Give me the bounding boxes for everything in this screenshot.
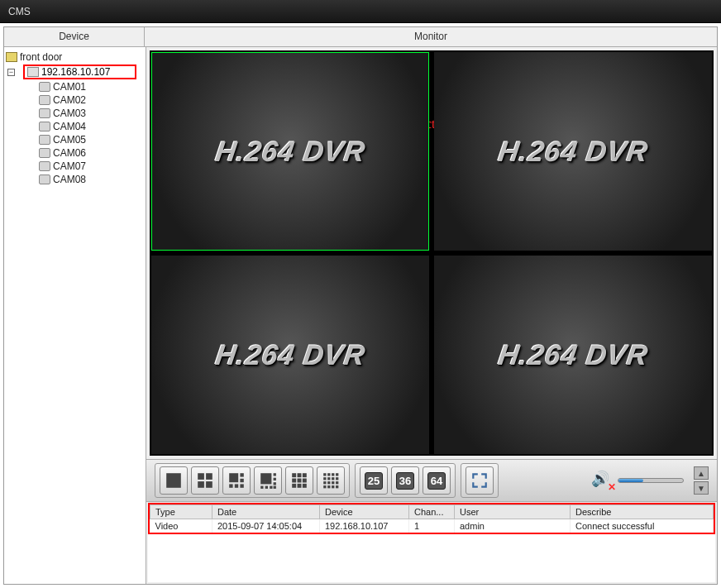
video-cell-2[interactable]: H.264 DVR bbox=[434, 52, 712, 251]
layout-1-button[interactable] bbox=[160, 466, 188, 495]
video-cell-3[interactable]: H.264 DVR bbox=[151, 256, 429, 454]
title-bar: CMS bbox=[0, 0, 721, 23]
tree-cam-7[interactable]: CAM07 bbox=[4, 160, 146, 173]
volume-slider[interactable] bbox=[618, 478, 684, 483]
svg-rect-16 bbox=[265, 486, 268, 489]
svg-rect-8 bbox=[229, 484, 232, 487]
tree-cam-3[interactable]: CAM03 bbox=[4, 107, 146, 120]
log-empty-area bbox=[148, 534, 715, 582]
svg-rect-38 bbox=[332, 481, 334, 484]
log-th-type[interactable]: Type bbox=[150, 505, 212, 519]
log-th-user[interactable]: User bbox=[455, 505, 571, 519]
svg-rect-23 bbox=[298, 479, 302, 483]
log-table: Type Date Device Chan... User Describe V… bbox=[150, 504, 714, 533]
tree-cam-label: CAM04 bbox=[53, 120, 86, 133]
log-th-date[interactable]: Date bbox=[212, 505, 320, 519]
layout-9-button[interactable] bbox=[285, 466, 313, 495]
monitor-main: double click IP to connect DVR H.264 DVR… bbox=[146, 47, 717, 584]
camera-icon bbox=[39, 135, 50, 145]
log-th-device[interactable]: Device bbox=[320, 505, 409, 519]
mute-icon[interactable] bbox=[591, 470, 613, 491]
layout-25-label: 25 bbox=[365, 472, 383, 490]
svg-rect-13 bbox=[274, 478, 276, 480]
svg-rect-2 bbox=[206, 473, 212, 480]
log-td-type: Video bbox=[150, 519, 212, 533]
tree-cam-1[interactable]: CAM01 bbox=[4, 80, 146, 93]
collapse-icon[interactable]: − bbox=[7, 69, 15, 76]
app-title: CMS bbox=[8, 6, 31, 17]
tab-monitor[interactable]: Monitor bbox=[145, 27, 717, 46]
tab-device[interactable]: Device bbox=[4, 27, 145, 46]
tree-cam-4[interactable]: CAM04 bbox=[4, 120, 146, 133]
video-grid: H.264 DVR H.264 DVR H.264 DVR H.264 DVR bbox=[150, 50, 714, 456]
log-td-channel: 1 bbox=[409, 519, 455, 533]
fullscreen-button[interactable] bbox=[466, 466, 494, 495]
tree-cam-label: CAM03 bbox=[53, 107, 86, 120]
scroll-arrows: ▲ ▼ bbox=[694, 466, 709, 495]
fullscreen-group bbox=[461, 463, 499, 498]
svg-rect-39 bbox=[336, 481, 338, 484]
svg-rect-15 bbox=[260, 486, 263, 489]
layout-toolbar: 25 36 64 ▲ ▼ bbox=[146, 459, 717, 502]
svg-rect-27 bbox=[303, 484, 307, 488]
svg-rect-42 bbox=[332, 485, 334, 488]
tree-cam-label: CAM06 bbox=[53, 146, 86, 160]
tree-root[interactable]: front door bbox=[4, 50, 146, 64]
layout-6-button[interactable] bbox=[222, 466, 251, 495]
layout-64-label: 64 bbox=[427, 472, 446, 490]
svg-rect-3 bbox=[198, 481, 204, 488]
layout-16-button[interactable] bbox=[317, 466, 345, 495]
layout-8-button[interactable] bbox=[254, 466, 282, 495]
layout-group-basic bbox=[155, 463, 350, 498]
layout-36-button[interactable]: 36 bbox=[391, 466, 419, 495]
svg-rect-31 bbox=[336, 473, 338, 476]
svg-rect-41 bbox=[327, 485, 330, 488]
svg-rect-19 bbox=[292, 473, 296, 477]
svg-rect-21 bbox=[303, 473, 307, 477]
log-th-describe[interactable]: Describe bbox=[571, 505, 714, 519]
video-cell-4[interactable]: H.264 DVR bbox=[434, 256, 712, 454]
svg-rect-7 bbox=[240, 479, 243, 482]
svg-rect-34 bbox=[332, 477, 334, 480]
layout-64-button[interactable]: 64 bbox=[423, 466, 451, 495]
svg-rect-20 bbox=[298, 473, 302, 477]
dvr-icon bbox=[27, 67, 39, 77]
camera-icon bbox=[39, 161, 50, 171]
video-cell-1[interactable]: H.264 DVR bbox=[151, 52, 429, 251]
camera-icon bbox=[39, 95, 50, 105]
svg-rect-10 bbox=[240, 484, 243, 487]
tree-cam-2[interactable]: CAM02 bbox=[4, 93, 146, 107]
svg-rect-30 bbox=[332, 473, 334, 476]
tree-cam-label: CAM02 bbox=[53, 93, 86, 107]
svg-rect-33 bbox=[327, 477, 330, 480]
tree-cam-label: CAM05 bbox=[53, 133, 86, 146]
log-td-date: 2015-09-07 14:05:04 bbox=[212, 519, 320, 533]
svg-rect-26 bbox=[298, 484, 302, 488]
tree-cam-8[interactable]: CAM08 bbox=[4, 173, 146, 186]
log-td-user: admin bbox=[455, 519, 571, 533]
svg-rect-4 bbox=[206, 481, 212, 488]
device-tree-sidebar: front door − 192.168.10.107 CAM01CAM02CA… bbox=[4, 47, 146, 584]
log-th-channel[interactable]: Chan... bbox=[409, 505, 455, 519]
scroll-down-button[interactable]: ▼ bbox=[694, 481, 709, 495]
scroll-up-button[interactable]: ▲ bbox=[694, 466, 709, 480]
folder-icon bbox=[6, 52, 17, 62]
layout-36-label: 36 bbox=[396, 472, 414, 490]
svg-rect-1 bbox=[198, 473, 204, 480]
svg-rect-18 bbox=[274, 486, 276, 489]
log-row[interactable]: Video 2015-09-07 14:05:04 192.168.10.107… bbox=[150, 519, 714, 533]
tree-dvr-ip[interactable]: 192.168.10.107 bbox=[23, 65, 136, 79]
tree-cam-5[interactable]: CAM05 bbox=[4, 133, 146, 146]
camera-icon bbox=[39, 148, 50, 158]
layout-25-button[interactable]: 25 bbox=[360, 466, 388, 495]
layout-4-button[interactable] bbox=[191, 466, 219, 495]
tab-row: Device Monitor bbox=[4, 27, 717, 47]
svg-rect-22 bbox=[292, 479, 296, 483]
log-panel: Type Date Device Chan... User Describe V… bbox=[148, 503, 715, 582]
svg-rect-0 bbox=[166, 473, 181, 488]
log-td-describe: Connect successful bbox=[571, 519, 714, 533]
tree-cam-label: CAM01 bbox=[53, 80, 86, 93]
tree-cam-6[interactable]: CAM06 bbox=[4, 146, 146, 160]
svg-rect-25 bbox=[292, 484, 296, 488]
svg-rect-37 bbox=[327, 481, 330, 484]
